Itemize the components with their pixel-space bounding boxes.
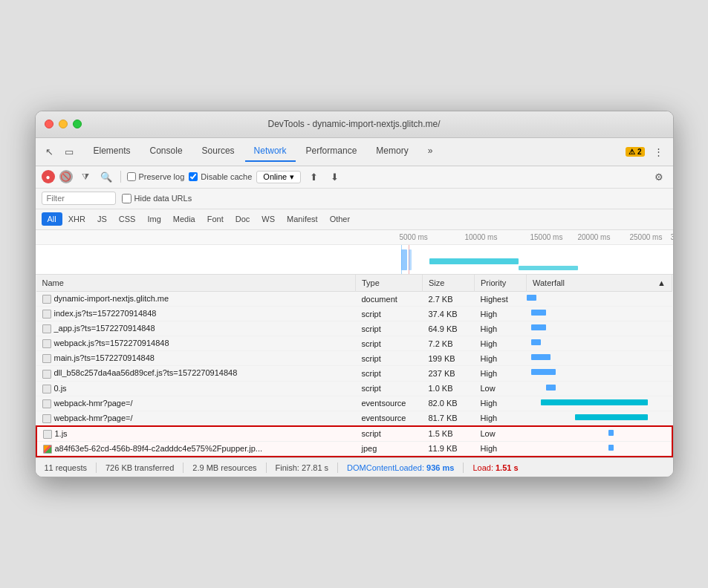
tab-network[interactable]: Network — [245, 141, 296, 162]
file-icon — [42, 354, 51, 363]
ruler-30: 30 — [671, 233, 673, 241]
cell-type: document — [356, 291, 423, 306]
filter-bar: Hide data URLs — [36, 189, 673, 209]
status-dom-content-loaded: DOMContentLoaded: 936 ms — [347, 463, 454, 472]
settings-icon[interactable]: ⚙ — [651, 169, 667, 185]
cell-priority: High — [475, 366, 527, 381]
col-header-waterfall[interactable]: Waterfall ▲ — [527, 275, 672, 292]
tab-more[interactable]: » — [419, 141, 442, 162]
status-finish: Finish: 27.81 s — [276, 463, 329, 472]
table-row[interactable]: _app.js?ts=1572270914848script64.9 KBHig… — [36, 321, 672, 336]
cell-type: script — [356, 381, 423, 396]
waterfall-bar — [608, 430, 614, 436]
cell-size: 7.2 KB — [423, 336, 475, 351]
cell-type: script — [356, 307, 423, 321]
minimize-button[interactable] — [59, 120, 68, 128]
timeline-container: 5000 ms 10000 ms 15000 ms 20000 ms 25000… — [36, 230, 673, 275]
cell-size: 64.9 KB — [423, 321, 475, 336]
table-row[interactable]: dynamic-import-nextjs.glitch.medocument2… — [36, 291, 672, 306]
col-header-priority[interactable]: Priority — [475, 275, 527, 292]
waterfall-bar — [608, 445, 614, 451]
cell-waterfall — [527, 381, 672, 396]
col-header-size[interactable]: Size — [423, 275, 475, 292]
export-icon[interactable]: ⬇ — [326, 169, 342, 185]
hide-data-urls-input[interactable] — [122, 194, 131, 203]
table-row[interactable]: webpack-hmr?page=/eventsource82.0 KBHigh — [36, 396, 672, 411]
import-icon[interactable]: ⬆ — [305, 169, 322, 185]
table-row[interactable]: webpack.js?ts=1572270914848script7.2 KBH… — [36, 336, 672, 351]
cell-type: script — [356, 426, 423, 442]
close-button[interactable] — [45, 120, 53, 128]
table-row[interactable]: a84f63e5-62cd-456b-89f4-c2adddc4e575%2Fp… — [36, 441, 672, 457]
cursor-icon[interactable]: ↖ — [42, 143, 58, 160]
waterfall-bar — [531, 324, 546, 330]
type-btn-other[interactable]: Other — [324, 212, 357, 226]
type-btn-media[interactable]: Media — [167, 212, 201, 226]
devtools-tabs-bar: ↖ ▭ Elements Console Sources Network Per… — [36, 138, 673, 166]
type-btn-doc[interactable]: Doc — [230, 212, 256, 226]
title-bar: DevTools - dynamic-import-nextjs.glitch.… — [36, 111, 673, 138]
table-row[interactable]: index.js?ts=1572270914848script37.4 KBHi… — [36, 307, 672, 321]
table-row[interactable]: webpack-hmr?page=/eventsource81.7 KBHigh — [36, 411, 672, 426]
disable-cache-label: Disable cache — [201, 172, 252, 181]
tab-memory[interactable]: Memory — [367, 141, 417, 162]
col-header-name[interactable]: Name — [36, 275, 356, 292]
preserve-log-input[interactable] — [127, 172, 136, 181]
throttle-chevron-icon: ▾ — [290, 172, 294, 182]
cell-size: 1.5 KB — [423, 426, 475, 442]
device-toolbar-icon[interactable]: ▭ — [61, 143, 77, 160]
record-button[interactable]: ● — [42, 170, 55, 183]
file-icon — [42, 339, 51, 348]
type-btn-img[interactable]: Img — [141, 212, 166, 226]
maximize-button[interactable] — [73, 120, 82, 128]
cell-type: eventsource — [356, 411, 423, 426]
cell-priority: High — [475, 307, 527, 321]
devtools-icons-right: ⚠ 2 ⋮ — [626, 143, 666, 160]
type-btn-ws[interactable]: WS — [256, 212, 281, 226]
cell-type: script — [356, 351, 423, 366]
type-btn-js[interactable]: JS — [91, 212, 113, 226]
tab-performance[interactable]: Performance — [297, 141, 366, 162]
cell-waterfall — [527, 291, 672, 306]
type-btn-font[interactable]: Font — [201, 212, 230, 226]
warning-badge[interactable]: ⚠ 2 — [626, 147, 644, 157]
ruler-15000: 15000 ms — [530, 233, 563, 241]
preserve-log-checkbox[interactable]: Preserve log — [127, 172, 185, 181]
status-sep-3 — [266, 463, 267, 473]
timeline-ruler: 5000 ms 10000 ms 15000 ms 20000 ms 25000… — [36, 230, 673, 245]
load-value: 1.51 s — [496, 463, 519, 472]
table-row[interactable]: 1.jsscript1.5 KBLow — [36, 426, 672, 442]
type-btn-xhr[interactable]: XHR — [62, 212, 91, 226]
table-row[interactable]: dll_b58c257da4aa56d89cef.js?ts=157227091… — [36, 366, 672, 381]
preserve-log-label: Preserve log — [139, 172, 185, 181]
search-icon[interactable]: 🔍 — [98, 169, 114, 185]
file-icon — [43, 445, 52, 454]
col-header-type[interactable]: Type — [356, 275, 423, 292]
cell-name: index.js?ts=1572270914848 — [36, 307, 356, 321]
disable-cache-input[interactable] — [189, 172, 198, 181]
filter-input[interactable] — [42, 192, 116, 205]
table-row[interactable]: main.js?ts=1572270914848script199 KBHigh — [36, 351, 672, 366]
network-table-body: dynamic-import-nextjs.glitch.medocument2… — [36, 291, 672, 457]
cell-type: jpeg — [356, 441, 423, 457]
status-bar: 11 requests 726 KB transferred 2.9 MB re… — [36, 457, 673, 477]
filter-icon[interactable]: ⧩ — [77, 169, 94, 185]
file-icon — [42, 370, 51, 379]
clear-button[interactable]: 🚫 — [59, 170, 73, 183]
more-options-icon[interactable]: ⋮ — [651, 143, 667, 160]
cell-priority: High — [475, 336, 527, 351]
cell-size: 1.0 KB — [423, 381, 475, 396]
type-btn-all[interactable]: All — [42, 212, 62, 226]
table-row[interactable]: 0.jsscript1.0 KBLow — [36, 381, 672, 396]
tab-console[interactable]: Console — [141, 141, 192, 162]
hide-data-urls-checkbox[interactable]: Hide data URLs — [122, 194, 192, 203]
file-icon — [42, 385, 51, 393]
type-btn-manifest[interactable]: Manifest — [281, 212, 324, 226]
tab-elements[interactable]: Elements — [85, 141, 140, 162]
type-btn-css[interactable]: CSS — [113, 212, 142, 226]
network-table-container[interactable]: Name Type Size Priority Waterfall ▲ dyna… — [36, 275, 673, 457]
disable-cache-checkbox[interactable]: Disable cache — [189, 172, 252, 181]
throttle-dropdown[interactable]: Online ▾ — [256, 171, 301, 183]
cell-waterfall — [527, 426, 672, 442]
tab-sources[interactable]: Sources — [193, 141, 244, 162]
